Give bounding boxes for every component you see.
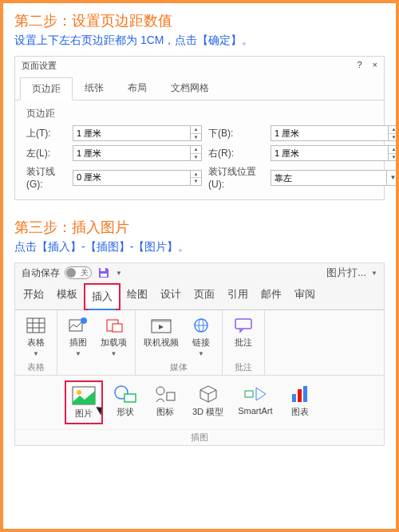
gallery-group-label: 插图 [15, 429, 384, 445]
margins-section-label: 页边距 [26, 107, 373, 120]
tab-design[interactable]: 设计 [154, 282, 188, 309]
tab-review[interactable]: 审阅 [288, 282, 322, 309]
input-left[interactable]: ▲▼ [73, 145, 202, 161]
svg-point-8 [81, 317, 87, 324]
tab-page[interactable]: 页面 [188, 282, 221, 309]
online-video-button[interactable]: 联机视频 [140, 313, 182, 351]
autosave-toggle[interactable]: 关 [65, 266, 92, 279]
svg-point-22 [156, 387, 164, 395]
spin-up-icon[interactable]: ▲ [191, 126, 201, 134]
chart-icon [287, 384, 313, 404]
spin-up-icon[interactable]: ▲ [389, 126, 399, 134]
gallery-picture-label: 图片 [75, 408, 93, 420]
help-button[interactable]: ? [357, 60, 361, 69]
svg-rect-30 [303, 386, 307, 402]
chevron-down-icon: ▼ [111, 350, 117, 357]
comment-button[interactable]: 批注 [227, 313, 259, 351]
close-button[interactable]: × [373, 60, 377, 69]
tab-insert[interactable]: 插入 [84, 283, 120, 310]
smartart-icon [243, 384, 268, 404]
value-right[interactable] [271, 146, 388, 160]
gallery-smartart-label: SmartArt [238, 406, 272, 416]
tab-mail[interactable]: 邮件 [255, 282, 288, 309]
save-icon[interactable] [97, 266, 111, 280]
tables-button[interactable]: 表格 ▼ [20, 313, 52, 360]
step2-desc: 设置上下左右页边距都为 1CM，点击【确定】。 [14, 33, 385, 48]
chevron-down-icon[interactable]: ▼ [386, 171, 399, 185]
group-blank [95, 364, 97, 373]
gallery-shapes[interactable]: 形状 [108, 380, 143, 421]
svg-rect-28 [292, 394, 296, 402]
dialog-title: 页面设置 [22, 60, 57, 72]
illustrations-icon [67, 316, 89, 335]
illustrations-label: 插图 [69, 337, 87, 349]
input-gutter[interactable]: ▲▼ [73, 170, 202, 186]
addins-button[interactable]: 加载项 ▼ [97, 313, 130, 360]
spin-down-icon[interactable]: ▼ [191, 178, 201, 185]
gallery-smartart[interactable]: SmartArt [233, 380, 277, 419]
link-label: 链接 [192, 337, 210, 349]
tab-template[interactable]: 模板 [50, 282, 84, 309]
shapes-icon [113, 384, 138, 404]
addins-label: 加载项 [101, 337, 127, 349]
chevron-down-icon[interactable]: ▼ [371, 270, 377, 277]
svg-rect-26 [245, 391, 253, 397]
tab-margins[interactable]: 页边距 [20, 77, 73, 100]
chevron-down-icon: ▼ [75, 350, 81, 357]
group-media-label: 媒体 [170, 361, 188, 373]
gallery-3d-label: 3D 模型 [192, 406, 223, 418]
spin-down-icon[interactable]: ▼ [389, 134, 399, 141]
label-right: 右(R): [208, 147, 264, 160]
value-left[interactable] [73, 146, 190, 160]
step3-desc: 点击【插入】-【插图】-【图片】。 [14, 240, 385, 254]
gallery-icons[interactable]: 图标 [148, 380, 183, 421]
illustrations-gallery: 图片 形状 图标 3D 模型 SmartArt 图表 [15, 375, 384, 429]
ribbon-tabs: 开始 模板 插入 绘图 设计 页面 引用 邮件 审阅 [15, 282, 384, 310]
tab-layout[interactable]: 布局 [116, 77, 159, 100]
tab-paper[interactable]: 纸张 [73, 77, 116, 100]
spin-up-icon[interactable]: ▲ [191, 146, 201, 154]
chevron-down-icon: ▼ [33, 350, 39, 357]
value-gutter-pos: 靠左 [271, 171, 386, 185]
comment-label: 批注 [235, 337, 252, 349]
link-icon [190, 316, 212, 335]
group-tables-label: 表格 [27, 361, 45, 373]
spin-down-icon[interactable]: ▼ [389, 154, 399, 161]
svg-rect-0 [101, 268, 105, 271]
value-bottom[interactable] [271, 126, 388, 140]
link-button[interactable]: 链接 ▼ [185, 313, 217, 360]
svg-rect-23 [167, 392, 175, 400]
label-gutter-pos: 装订线位置(U): [208, 165, 264, 190]
group-comment-label: 批注 [235, 361, 252, 373]
tab-draw[interactable]: 绘图 [120, 282, 154, 309]
dialog-tabs: 页边距 纸张 布局 文档网格 [15, 77, 384, 100]
word-ribbon: 自动保存 关 ▼ 图片打... ▼ 开始 模板 插入 绘图 设计 页面 引用 邮… [14, 262, 385, 446]
autosave-label: 自动保存 [22, 266, 60, 280]
page-setup-dialog: 页面设置 ? × 页边距 纸张 布局 文档网格 页边距 上(T): ▲▼ 下(B… [14, 56, 385, 200]
value-gutter[interactable] [73, 171, 190, 185]
input-right[interactable]: ▲▼ [271, 145, 399, 161]
spin-up-icon[interactable]: ▲ [389, 146, 399, 154]
spin-down-icon[interactable]: ▼ [191, 134, 201, 141]
tab-references[interactable]: 引用 [221, 282, 255, 309]
gallery-chart-label: 图表 [291, 406, 309, 418]
input-bottom[interactable]: ▲▼ [271, 125, 399, 141]
comment-icon [232, 316, 255, 335]
picture-icon [71, 385, 97, 406]
combo-gutter-pos[interactable]: 靠左▼ [271, 170, 399, 186]
spin-down-icon[interactable]: ▼ [191, 154, 201, 161]
input-top[interactable]: ▲▼ [73, 125, 202, 141]
spin-up-icon[interactable]: ▲ [191, 171, 201, 179]
illustrations-button[interactable]: 插图 ▼ [62, 313, 94, 360]
value-top[interactable] [73, 126, 190, 140]
gallery-3d-model[interactable]: 3D 模型 [188, 380, 228, 421]
svg-rect-12 [152, 320, 171, 322]
chevron-down-icon[interactable]: ▼ [116, 270, 122, 277]
toggle-state: 关 [81, 267, 89, 278]
gallery-chart[interactable]: 图表 [282, 380, 318, 421]
tab-grid[interactable]: 文档网格 [159, 77, 221, 100]
icons-icon [152, 384, 178, 404]
tab-home[interactable]: 开始 [17, 282, 50, 309]
gallery-picture[interactable]: 图片 [65, 380, 103, 424]
label-left: 左(L): [26, 147, 66, 160]
